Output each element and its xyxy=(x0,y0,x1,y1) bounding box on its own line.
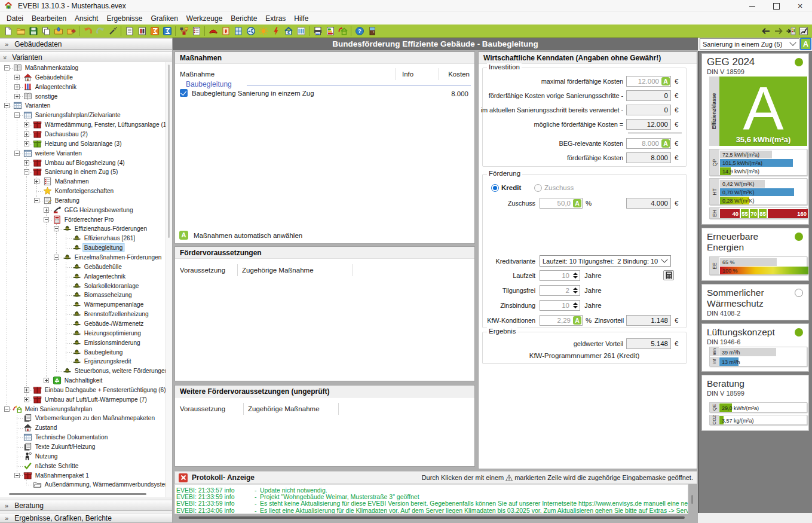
column-header-voraussetzung[interactable]: Voraussetzung xyxy=(180,405,225,412)
open-folder-icon[interactable] xyxy=(14,25,27,37)
collapse-icon[interactable] xyxy=(4,65,10,71)
house-renovation-icon[interactable] xyxy=(336,25,349,37)
menu-hilfe[interactable]: Hilfe xyxy=(290,13,312,25)
log-horizontal-scrollbar[interactable] xyxy=(179,516,685,519)
tree-item[interactable]: nächste Schritte xyxy=(0,461,165,471)
tree-item[interactable]: Zustand xyxy=(0,423,165,433)
expand-icon[interactable] xyxy=(24,397,29,402)
menu-ansicht[interactable]: Ansicht xyxy=(71,13,102,25)
tree-item[interactable]: Ergänzungskredit xyxy=(0,357,165,366)
kredit-radio[interactable]: Kredit xyxy=(491,182,521,193)
auto-mode-button[interactable]: A xyxy=(800,38,811,50)
tree-item[interactable]: Steuerbonus, weitere Förderungen xyxy=(0,366,165,376)
minimize-button[interactable] xyxy=(740,0,764,12)
ventilation-fan-icon[interactable] xyxy=(244,25,257,37)
tree-item[interactable]: Nutzung xyxy=(0,452,165,461)
expand-icon[interactable] xyxy=(24,160,29,166)
section-header-gebaeudedaten[interactable]: » Gebäudedaten xyxy=(0,38,172,50)
investition-beg-row1-field[interactable]: 8.000 xyxy=(626,152,671,163)
tree-item[interactable]: Förderrechner Pro xyxy=(0,215,165,225)
tree-vertical-scrollbar[interactable] xyxy=(166,62,172,497)
list-check-icon[interactable] xyxy=(190,25,203,37)
protokoll-log[interactable]: EVEBI: 21:33:57 info-Update nicht notwen… xyxy=(174,484,688,514)
building-values-icon[interactable] xyxy=(136,25,148,37)
tree-item[interactable]: Solarkollektoranlage xyxy=(0,282,165,291)
u-value-bars-icon[interactable] xyxy=(295,25,307,37)
collapse-icon[interactable] xyxy=(14,112,20,118)
expand-icon[interactable] xyxy=(44,207,49,213)
investition-row3-field[interactable]: 12.000 xyxy=(626,119,671,130)
sun-icon[interactable] xyxy=(257,25,269,37)
tree-item[interactable]: Effizienzhaus-Förderungen xyxy=(0,224,165,234)
massnahme-row[interactable]: Baubegleitung Sanierung in einzem Zug xyxy=(180,89,314,97)
expand-icon[interactable] xyxy=(14,94,20,99)
tree-item[interactable]: Umbau auf Luft/Luft-Wärmepumpe (7) xyxy=(0,395,165,405)
calculator-button[interactable] xyxy=(663,270,674,280)
collapse-icon[interactable] xyxy=(4,406,10,412)
tree-item[interactable]: GEG Heizungsbewertung xyxy=(0,206,165,215)
tree-item[interactable]: Umbau auf Biogasheizung (4) xyxy=(0,158,165,168)
expand-icon[interactable] xyxy=(14,75,20,80)
report-doc-icon[interactable] xyxy=(123,25,136,37)
tree-item[interactable]: Biomasseheizung xyxy=(0,290,165,300)
column-header-massnahme[interactable]: Maßnahme xyxy=(180,71,215,78)
zinsbindung-spinner[interactable]: 10 xyxy=(540,300,580,311)
column-header-info[interactable]: Info xyxy=(402,71,413,78)
expand-icon[interactable] xyxy=(44,378,49,383)
tree-item[interactable]: Sanierungsfahrplan/Zielvariante xyxy=(0,111,165,120)
tree-item[interactable]: Sanierung in einem Zug (5) xyxy=(0,167,165,177)
tree-item[interactable]: Baubegleitung xyxy=(0,243,165,253)
tree-horizontal-scrollbar[interactable] xyxy=(9,493,146,495)
tree-item[interactable]: Vorbemerkungen zu den Maßnahmepaketen xyxy=(0,414,165,423)
section-header-varianten[interactable]: » Varianten xyxy=(0,51,172,63)
print-report-icon[interactable] xyxy=(311,25,324,37)
flowchart-icon[interactable] xyxy=(177,25,190,37)
lightning-icon[interactable] xyxy=(269,25,282,37)
tree-item[interactable]: Nachhaltigkeit xyxy=(0,376,165,386)
column-header-kosten[interactable]: Kosten xyxy=(440,71,470,78)
expand-icon[interactable] xyxy=(24,122,29,127)
tree-item[interactable]: Maßnahmenkatalog xyxy=(0,63,165,73)
radio-selected-icon[interactable] xyxy=(491,184,499,192)
tree-item[interactable]: Dachausbau (2) xyxy=(0,130,165,139)
sum-blue-icon[interactable] xyxy=(161,25,173,37)
collapse-icon[interactable] xyxy=(44,217,49,222)
help-icon[interactable]: ? xyxy=(353,25,366,37)
expand-icon[interactable] xyxy=(24,131,29,137)
menu-grafiken[interactable]: Grafiken xyxy=(146,13,182,25)
collapse-icon[interactable] xyxy=(4,103,10,108)
spinner-arrows-icon[interactable] xyxy=(571,286,580,295)
kfw-konditionen-field[interactable]: 2,29A xyxy=(540,315,583,326)
tree-item[interactable]: Einbau Dachgaube + Fensterertüchtigung (… xyxy=(0,386,165,395)
heating-flame-icon[interactable] xyxy=(219,25,232,37)
collapse-icon[interactable] xyxy=(14,151,20,156)
goto-results-chart-icon[interactable] xyxy=(785,25,797,37)
geldwerter-vorteil-field[interactable]: 5.148 xyxy=(626,338,671,349)
menu-werkzeuge[interactable]: Werkzeuge xyxy=(182,13,226,25)
tree-item[interactable]: Gebäudehülle xyxy=(0,262,165,272)
tree-item[interactable]: Emissionsminderung xyxy=(0,338,165,348)
tree-item[interactable]: sonstige xyxy=(0,92,165,102)
investition-row0-field[interactable]: 12.000A xyxy=(626,76,671,87)
tree-item[interactable]: Einzelmaßnahmen-Förderungen xyxy=(0,253,165,262)
tree-item[interactable]: Varianten xyxy=(0,101,165,111)
collapse-icon[interactable] xyxy=(34,198,39,203)
menu-bearbeiten[interactable]: Bearbeiten xyxy=(27,13,71,25)
tree-item[interactable]: Beratung xyxy=(0,196,165,206)
expand-icon[interactable] xyxy=(14,84,20,90)
log-vertical-scrollbar[interactable] xyxy=(691,495,693,504)
menu-extras[interactable]: Extras xyxy=(261,13,290,25)
export-project-icon[interactable] xyxy=(65,25,77,37)
tree-item[interactable]: Brennstoffzellenheizung xyxy=(0,310,165,319)
tree-item[interactable]: Technische Dokumentation xyxy=(0,433,165,442)
close-protokoll-icon[interactable] xyxy=(179,473,188,482)
tree-item[interactable]: Effizienzhaus [261] xyxy=(0,234,165,243)
zuschuss-radio[interactable]: Zuschuss xyxy=(534,182,574,193)
house-euro-icon[interactable]: € xyxy=(282,25,295,37)
new-file-icon[interactable] xyxy=(2,25,14,37)
tree-item[interactable]: Wärmedämmung, Fenster, Lüftungsanlage (1… xyxy=(0,120,165,130)
column-header-zugehoerige[interactable]: Zugehörige Maßnahme xyxy=(248,405,320,412)
radio-unselected-icon[interactable] xyxy=(534,184,542,192)
tree-item[interactable]: Mein Sanierungsfahrplan xyxy=(0,405,165,414)
undo-icon[interactable] xyxy=(81,25,94,37)
